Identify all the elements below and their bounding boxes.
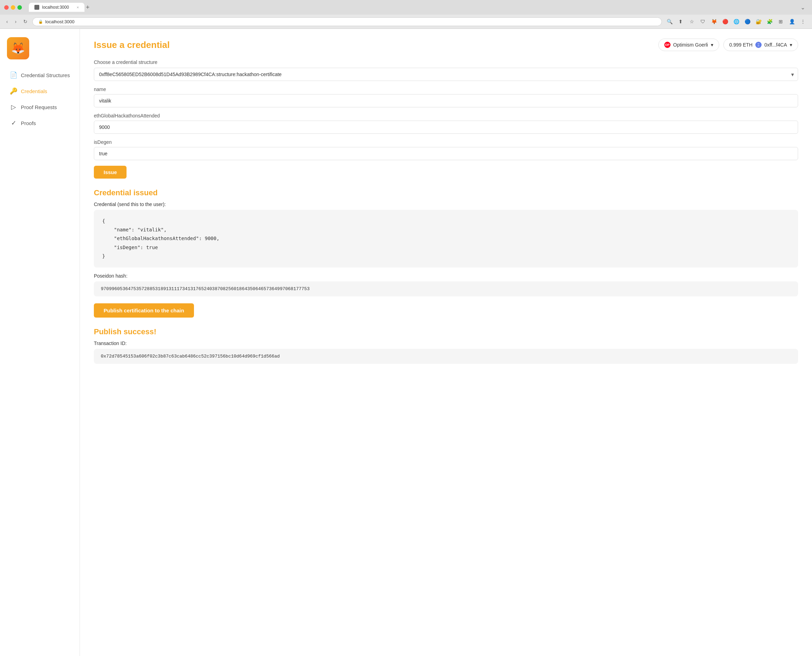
wallet-chevron-icon: ▾ xyxy=(790,42,792,48)
play-icon: ▷ xyxy=(10,103,17,111)
tab-close-btn[interactable]: × xyxy=(77,5,79,9)
poseidon-hash-block: 9709960536475357288531891311173413176524… xyxy=(94,282,798,296)
close-window-btn[interactable] xyxy=(4,5,9,10)
field-name-input[interactable] xyxy=(94,94,798,107)
transaction-id-label: Transaction ID: xyxy=(94,340,798,346)
window-controls: ⌄ xyxy=(801,4,808,11)
sidebar-label-proofs: Proofs xyxy=(21,120,36,126)
check-icon: ✓ xyxy=(10,119,17,127)
field-hackathons-input[interactable] xyxy=(94,121,798,134)
tab-label: localhost:3000 xyxy=(42,5,69,10)
network-label: Optimism Goerli xyxy=(673,42,708,48)
transaction-id-block: 0x72d78545153a606f02c3b87c63cab6486cc52c… xyxy=(94,349,798,364)
sidebar-item-proof-requests[interactable]: ▷ Proof Requests xyxy=(3,100,77,114)
tab-bar: localhost:3000 × + xyxy=(25,3,798,12)
credential-json-text: { "name": "vitalik", "ethGlobalHackathon… xyxy=(102,217,790,261)
fox-btn[interactable]: 🦊 xyxy=(709,17,719,26)
credential-send-label: Credential (send this to the user): xyxy=(94,201,798,207)
app-container: 🦊 📄 Credential Structures 🔑 Credentials … xyxy=(0,29,812,656)
app-logo: 🦊 xyxy=(7,37,29,59)
eth-amount: 0.999 ETH xyxy=(729,42,753,48)
page-title: Issue a credential xyxy=(94,40,170,50)
choose-structure-label: Choose a credential structure xyxy=(94,59,798,65)
back-btn[interactable]: ‹ xyxy=(4,18,10,25)
ext2-btn[interactable]: 🌐 xyxy=(731,17,741,26)
eth-icon: Ξ xyxy=(755,42,762,48)
poseidon-hash-value: 9709960536475357288531891311173413176524… xyxy=(101,286,310,291)
forward-btn[interactable]: › xyxy=(13,18,19,25)
network-icon: OP xyxy=(664,42,671,48)
bookmark-btn[interactable]: ☆ xyxy=(687,17,697,26)
lock-icon: 🔒 xyxy=(38,19,43,24)
sidebar-item-proofs[interactable]: ✓ Proofs xyxy=(3,116,77,130)
publish-btn[interactable]: Publish certification to the chain xyxy=(94,303,194,317)
menu-btn[interactable]: ⋮ xyxy=(798,17,808,26)
ext3-btn[interactable]: 🔵 xyxy=(742,17,752,26)
network-selector-btn[interactable]: OP Optimism Goerli ▾ xyxy=(659,39,719,51)
document-icon: 📄 xyxy=(10,71,17,79)
browser-tab[interactable]: localhost:3000 × xyxy=(29,3,84,12)
browser-chrome: localhost:3000 × + ⌄ ‹ › ↻ 🔒 localhost:3… xyxy=(0,0,812,29)
url-text: localhost:3000 xyxy=(45,19,74,24)
issue-button[interactable]: Issue xyxy=(94,166,127,179)
traffic-lights xyxy=(4,5,22,10)
share-btn[interactable]: ⬆ xyxy=(676,17,685,26)
header-controls: OP Optimism Goerli ▾ 0.999 ETH Ξ 0xff...… xyxy=(659,39,798,51)
new-tab-btn[interactable]: + xyxy=(86,4,90,11)
shield-btn[interactable]: 🛡 xyxy=(698,17,708,26)
avatar-btn[interactable]: 👤 xyxy=(787,17,797,26)
sidebar-label-credential-structures: Credential Structures xyxy=(21,72,70,78)
ext1-btn[interactable]: 🔴 xyxy=(720,17,730,26)
field-isdegen-label: isDegen xyxy=(94,139,798,145)
poseidon-hash-label: Poseidon hash: xyxy=(94,273,798,278)
credential-json-block: { "name": "vitalik", "ethGlobalHackathon… xyxy=(94,210,798,268)
browser-actions: 🔍 ⬆ ☆ 🛡 🦊 🔴 🌐 🔵 🔐 🧩 ⊞ 👤 ⋮ xyxy=(665,17,808,26)
wallet-btn[interactable]: 0.999 ETH Ξ 0xff...f4CA ▾ xyxy=(724,39,798,51)
sidebar-label-credentials: Credentials xyxy=(21,88,47,94)
sidebar-item-credential-structures[interactable]: 📄 Credential Structures xyxy=(3,68,77,82)
sidebar-item-credentials[interactable]: 🔑 Credentials xyxy=(3,84,77,98)
key-icon: 🔑 xyxy=(10,87,17,95)
publish-success-title: Publish success! xyxy=(94,327,798,336)
field-name-group: name xyxy=(94,87,798,107)
sidebar: 🦊 📄 Credential Structures 🔑 Credentials … xyxy=(0,29,80,656)
tab-favicon xyxy=(34,5,39,10)
grid-btn[interactable]: ⊞ xyxy=(776,17,786,26)
header-row: Issue a credential OP Optimism Goerli ▾ … xyxy=(94,39,798,51)
field-hackathons-label: ethGlobalHackathonsAttended xyxy=(94,113,798,119)
credential-issued-title: Credential issued xyxy=(94,188,798,197)
field-name-label: name xyxy=(94,87,798,92)
field-isdegen-group: isDegen xyxy=(94,139,798,160)
network-chevron-icon: ▾ xyxy=(711,42,713,48)
main-content: Issue a credential OP Optimism Goerli ▾ … xyxy=(80,29,812,656)
search-btn[interactable]: 🔍 xyxy=(665,17,674,26)
field-hackathons-group: ethGlobalHackathonsAttended xyxy=(94,113,798,134)
address-bar: ‹ › ↻ 🔒 localhost:3000 🔍 ⬆ ☆ 🛡 🦊 🔴 🌐 🔵 🔐… xyxy=(0,15,812,28)
transaction-id-value: 0x72d78545153a606f02c3b87c63cab6486cc52c… xyxy=(101,354,280,359)
refresh-btn[interactable]: ↻ xyxy=(21,18,29,25)
wallet-address: 0xff...f4CA xyxy=(764,42,787,48)
field-isdegen-input[interactable] xyxy=(94,147,798,160)
url-bar[interactable]: 🔒 localhost:3000 xyxy=(33,17,662,26)
puzzle-btn[interactable]: 🧩 xyxy=(765,17,775,26)
sidebar-logo: 🦊 xyxy=(0,34,80,67)
ext4-btn[interactable]: 🔐 xyxy=(754,17,763,26)
maximize-window-btn[interactable] xyxy=(17,5,22,10)
title-bar: localhost:3000 × + ⌄ xyxy=(0,0,812,15)
structure-select-wrapper: 0xff8eC565805ED52B6008d51D45Ad93B2989Cf4… xyxy=(94,68,798,81)
structure-select[interactable]: 0xff8eC565805ED52B6008d51D45Ad93B2989Cf4… xyxy=(94,68,798,81)
sidebar-label-proof-requests: Proof Requests xyxy=(21,104,57,110)
minimize-window-btn[interactable] xyxy=(11,5,15,10)
